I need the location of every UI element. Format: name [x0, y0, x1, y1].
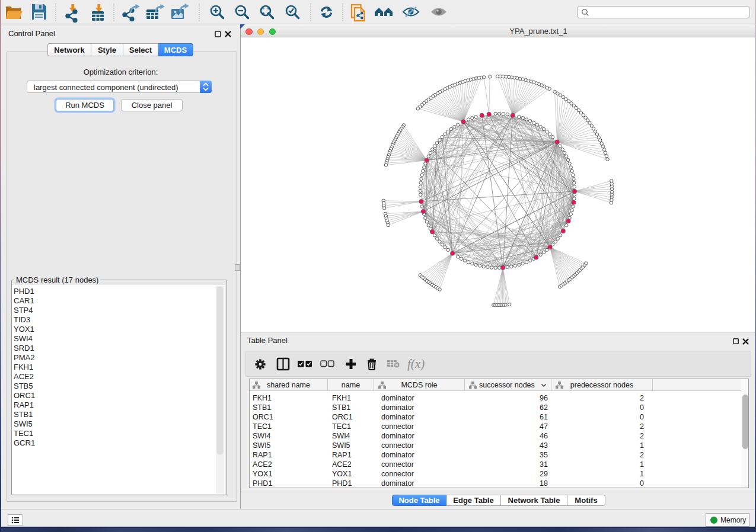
svg-text:f(x): f(x): [407, 357, 425, 371]
